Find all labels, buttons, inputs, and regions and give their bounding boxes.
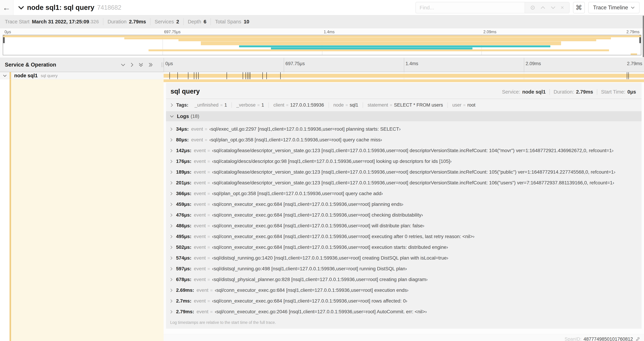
log-field-value: ‹sql/conn_executor_exec.go:684 [nsql1,cl… [212, 244, 448, 250]
log-row[interactable]: 80μs: event = ‹sql/plan_opt.go:358 [nsql… [166, 134, 642, 145]
log-field-value: ‹sql/conn_executor_exec.go:684 [nsql1,cl… [212, 223, 424, 229]
log-equals: = [208, 234, 210, 239]
chevron-right-icon [170, 267, 172, 271]
logs-footnote: Log timestamps are relative to the start… [166, 317, 642, 329]
tag-equals: = [286, 103, 288, 108]
log-timestamp: 574μs: [176, 255, 192, 261]
keyboard-shortcuts-button[interactable]: ⌘ [573, 2, 585, 13]
tag-item: client = 127.0.0.1:59936 [268, 102, 328, 108]
log-field-value: ‹sql/plan_opt.go:358 [nsql1,client=127.0… [209, 137, 382, 143]
log-timestamp: 678μs: [176, 277, 192, 282]
span-operation-name: sql query [41, 73, 58, 78]
log-marker-tick [246, 72, 246, 79]
chevron-right-icon [170, 203, 172, 206]
duration-item: Duration 2.79ms [103, 18, 150, 25]
log-timestamp: 176μs: [176, 159, 192, 164]
log-field-key: event [194, 191, 206, 196]
log-equals: = [205, 137, 208, 142]
tags-row[interactable]: Tags: _unfinished = 1 _verbose = 1 clien… [166, 99, 642, 111]
chevron-down-icon [170, 115, 174, 118]
tag-value: SELECT * FROM users [394, 102, 443, 108]
log-row[interactable]: 366μs: event = ‹sql/plan_opt.go:358 [nsq… [166, 188, 642, 199]
timeline-gridline [524, 58, 524, 72]
log-marker-tick [628, 72, 629, 79]
tag-value: root [467, 102, 476, 108]
tag-value: 1 [224, 102, 227, 108]
timeline-header-row: Service & Operation 0μs697.75μs1.4ms2.09… [0, 58, 644, 72]
log-marker-tick [178, 72, 178, 79]
tag-equals: = [463, 103, 466, 108]
tag-item: _unfinished = 1 [190, 102, 232, 108]
span-detail-title: sql query [170, 88, 200, 95]
log-equals: = [208, 277, 210, 282]
expand-all-icon[interactable] [148, 63, 153, 67]
column-resize-grip[interactable] [162, 62, 163, 67]
find-prev-icon[interactable] [540, 6, 545, 9]
tag-equals: = [257, 103, 260, 108]
logs-count: (18) [190, 114, 199, 119]
log-timestamp: 486μs: [176, 223, 192, 229]
span-row-name-cell[interactable]: node sql1 sql query [0, 72, 164, 79]
find-next-icon[interactable] [551, 6, 556, 9]
log-marker-tick [280, 72, 280, 79]
log-row[interactable]: 476μs: event = ‹sql/conn_executor_exec.g… [166, 210, 642, 220]
logs-list: 34μs: event = ‹sql/exec_util.go:2297 [ns… [166, 121, 642, 317]
log-row[interactable]: 201μs: event = ‹sql/catalog/lease/descri… [166, 177, 642, 188]
span-duration-bar[interactable] [164, 74, 644, 78]
minimap-span [239, 45, 550, 47]
log-row[interactable]: 459μs: event = ‹sql/conn_executor_exec.g… [166, 199, 642, 210]
back-button[interactable]: ← [0, 0, 14, 15]
log-row[interactable]: 486μs: event = ‹sql/conn_executor_exec.g… [166, 220, 642, 231]
locate-icon[interactable] [530, 5, 535, 10]
log-row[interactable]: 678μs: event = ‹sql/distsql_physical_pla… [166, 274, 642, 285]
log-field-value: ‹sql/plan_opt.go:358 [nsql1,client=127.0… [212, 191, 383, 196]
time-tick-label: 0μs [165, 61, 173, 66]
log-row[interactable]: 502μs: event = ‹sql/conn_executor_exec.g… [166, 242, 642, 253]
log-row[interactable]: 176μs: event = ‹sql/catalog/descs/descri… [166, 156, 642, 167]
log-row[interactable]: 495μs: event = ‹sql/conn_executor_exec.g… [166, 231, 642, 242]
collapse-all-icon[interactable] [139, 63, 143, 67]
log-row[interactable]: 2.79ms: event = ‹sql/conn_executor_exec.… [166, 306, 642, 317]
trace-minimap: 0μs697.75μs1.4ms2.09ms2.79ms [0, 28, 644, 58]
log-row[interactable]: 142μs: event = ‹sql/catalog/lease/descri… [166, 145, 642, 156]
trace-id: 7418682 [97, 4, 121, 11]
log-timestamp: 142μs: [176, 148, 192, 153]
log-row[interactable]: 574μs: event = ‹sql/distsql_running.go:1… [166, 253, 642, 263]
log-timestamp: 476μs: [176, 212, 192, 218]
log-row[interactable]: 34μs: event = ‹sql/exec_util.go:2297 [ns… [166, 124, 642, 134]
expand-one-icon[interactable] [130, 63, 134, 67]
timeline-gridline [284, 58, 284, 72]
log-equals: = [208, 180, 210, 185]
tag-key: node [334, 102, 344, 108]
log-row[interactable]: 189μs: event = ‹sql/catalog/lease/descri… [166, 167, 642, 177]
chevron-right-icon [170, 310, 172, 314]
view-selector-button[interactable]: Trace Timeline [588, 2, 640, 13]
log-field-value: ‹sql/catalog/descs/descriptor.go:98 [nsq… [212, 159, 452, 164]
minimap-span [631, 53, 637, 55]
trace-start-value: March 31 2022, 17:25:09 [32, 19, 89, 25]
logs-header[interactable]: Logs (18) [166, 111, 642, 121]
chevron-down-icon[interactable] [0, 75, 10, 77]
link-icon[interactable] [635, 337, 640, 341]
scrollbar-thumb[interactable] [643, 16, 644, 57]
log-field-value: ‹sql/conn_executor_exec.go:684 [nsql1,cl… [212, 212, 423, 218]
collapse-trace-chevron-icon[interactable] [18, 6, 24, 10]
log-equals: = [208, 191, 210, 196]
log-row[interactable]: 597μs: event = ‹sql/distsql_running.go:4… [166, 263, 642, 274]
minimap-canvas[interactable] [3, 35, 641, 55]
collapse-one-icon[interactable] [121, 63, 125, 66]
log-row[interactable]: 2.69ms: event = ‹sql/conn_executor_exec.… [166, 285, 642, 296]
span-bar-cell[interactable] [164, 72, 644, 79]
span-color-accent [10, 72, 11, 79]
find-clear-icon[interactable]: × [561, 4, 564, 11]
log-field-key: event [194, 277, 206, 282]
log-field-key: event [194, 148, 206, 153]
find-input[interactable] [416, 2, 524, 13]
span-detail-region: sql query Service: node sql1 Duration: 2… [0, 79, 644, 341]
log-row[interactable]: 2.7ms: event = ‹sql/conn_executor_exec.g… [166, 296, 642, 306]
detail-service-item: Service: node sql1 [498, 89, 550, 95]
timeline-gridline [404, 58, 404, 72]
timeline-tick-header: 0μs697.75μs1.4ms2.09ms2.79ms [164, 58, 644, 72]
detail-span-bar[interactable] [164, 79, 644, 82]
time-tick-label: 1.4ms [406, 61, 418, 66]
